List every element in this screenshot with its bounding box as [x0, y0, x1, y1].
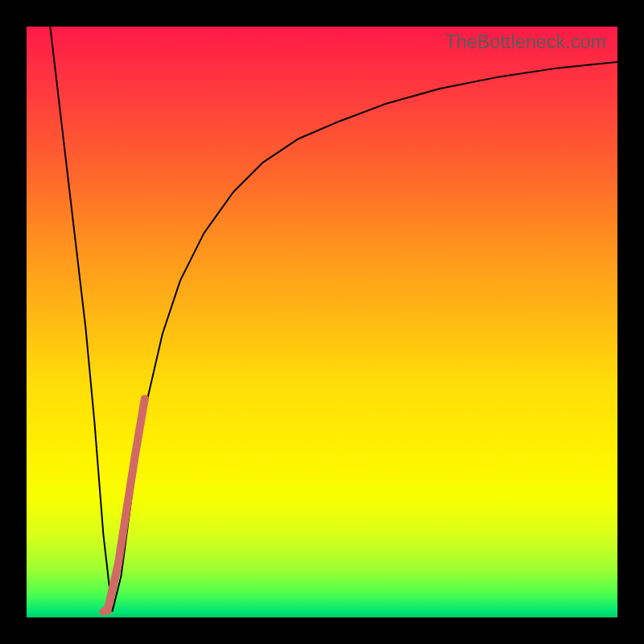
- chart-frame: TheBottleneck.com: [0, 0, 644, 644]
- chart-svg: [27, 27, 617, 617]
- highlight-segment-path: [103, 398, 144, 611]
- plot-area: TheBottleneck.com: [27, 27, 617, 617]
- bottleneck-curve-path: [50, 27, 617, 612]
